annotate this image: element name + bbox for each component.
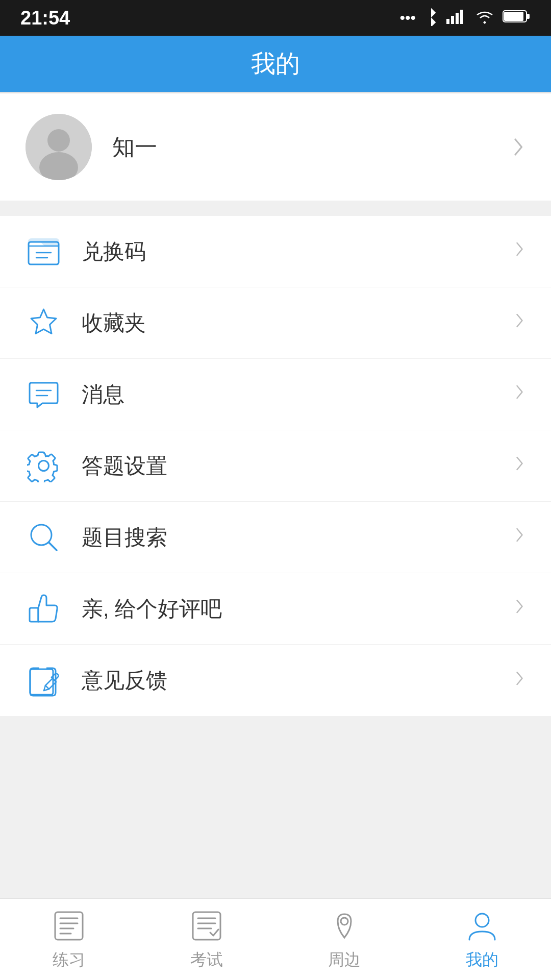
svg-rect-3 xyxy=(460,10,463,24)
svg-point-32 xyxy=(475,914,489,927)
redeem-chevron xyxy=(513,239,525,264)
nav-item-mine[interactable]: 我的 xyxy=(413,908,551,971)
search-label: 题目搜索 xyxy=(82,523,167,552)
mine-label: 我的 xyxy=(466,949,498,971)
svg-rect-0 xyxy=(446,19,449,24)
exam-icon xyxy=(189,908,224,944)
menu-item-redeem[interactable]: 兑换码 xyxy=(0,216,551,287)
menu-item-settings[interactable]: 答题设置 xyxy=(0,430,551,502)
search-icon xyxy=(26,520,61,555)
profile-chevron xyxy=(510,134,525,160)
nav-item-practice[interactable]: 练习 xyxy=(0,908,138,971)
profile-row[interactable]: 知一 xyxy=(0,93,551,201)
wifi-icon xyxy=(475,9,494,28)
svg-rect-22 xyxy=(55,912,83,940)
svg-point-31 xyxy=(341,918,348,925)
favorites-label: 收藏夹 xyxy=(82,309,146,337)
bottom-nav: 练习 考试 周边 xyxy=(0,898,551,980)
nav-item-nearby[interactable]: 周边 xyxy=(276,908,413,971)
section-gap xyxy=(0,201,551,216)
thumbs-up-icon xyxy=(26,591,61,627)
menu-item-review[interactable]: 亲, 给个好评吧 xyxy=(0,573,551,645)
exam-label: 考试 xyxy=(190,949,223,971)
signal-icon xyxy=(446,9,467,28)
nav-item-exam[interactable]: 考试 xyxy=(138,908,276,971)
profile-info: 知一 xyxy=(26,114,157,180)
settings-label: 答题设置 xyxy=(82,452,167,480)
practice-icon xyxy=(51,908,87,944)
status-icons: ••• xyxy=(399,7,531,30)
feedback-chevron xyxy=(513,668,525,693)
nearby-label: 周边 xyxy=(328,949,361,971)
battery-icon xyxy=(503,9,531,27)
menu-item-feedback[interactable]: 意见反馈 xyxy=(0,645,551,716)
svg-line-17 xyxy=(49,543,57,550)
svg-point-8 xyxy=(47,129,70,152)
gear-icon xyxy=(26,448,61,484)
folder-icon xyxy=(26,234,61,270)
review-chevron xyxy=(513,596,525,621)
dots-icon: ••• xyxy=(399,9,416,27)
feedback-label: 意见反馈 xyxy=(82,666,167,695)
svg-rect-1 xyxy=(451,16,454,24)
page-title: 我的 xyxy=(251,47,300,80)
app-header: 我的 xyxy=(0,36,551,92)
nearby-icon xyxy=(327,908,362,944)
bluetooth-icon xyxy=(424,7,438,30)
settings-chevron xyxy=(513,453,525,478)
review-label: 亲, 给个好评吧 xyxy=(82,595,222,623)
menu-item-messages[interactable]: 消息 xyxy=(0,359,551,430)
user-name: 知一 xyxy=(112,132,157,162)
svg-point-15 xyxy=(38,461,48,471)
avatar xyxy=(26,114,92,180)
messages-label: 消息 xyxy=(82,380,124,409)
menu-item-search[interactable]: 题目搜索 xyxy=(0,502,551,573)
status-bar: 21:54 ••• xyxy=(0,0,551,36)
message-icon xyxy=(26,377,61,412)
edit-icon xyxy=(26,663,61,698)
menu-section: 兑换码 收藏夹 xyxy=(0,216,551,716)
svg-rect-2 xyxy=(456,13,459,24)
status-time: 21:54 xyxy=(20,7,70,29)
svg-rect-27 xyxy=(193,912,220,940)
svg-rect-6 xyxy=(527,14,530,19)
favorites-chevron xyxy=(513,310,525,335)
mine-icon xyxy=(464,908,500,944)
menu-item-favorites[interactable]: 收藏夹 xyxy=(0,287,551,359)
practice-label: 练习 xyxy=(53,949,85,971)
search-chevron xyxy=(513,525,525,550)
svg-rect-5 xyxy=(504,12,523,21)
star-icon xyxy=(26,305,61,341)
messages-chevron xyxy=(513,382,525,407)
redeem-label: 兑换码 xyxy=(82,237,146,266)
